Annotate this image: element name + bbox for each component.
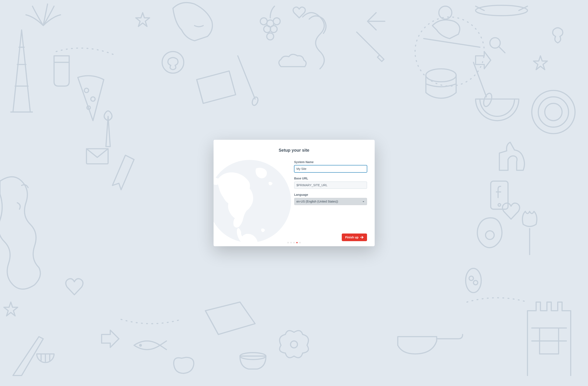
svg-point-13	[532, 90, 575, 134]
setup-modal: Setup your site System Name Base URL Lan…	[213, 140, 375, 246]
svg-point-0	[260, 18, 267, 25]
step-dot-5	[299, 242, 301, 243]
svg-point-10	[439, 6, 452, 19]
svg-point-24	[240, 353, 266, 360]
step-dot-4	[296, 242, 298, 243]
svg-point-18	[498, 204, 501, 206]
svg-point-22	[473, 280, 478, 285]
modal-content: Setup your site System Name Base URL Lan…	[213, 140, 375, 246]
svg-point-23	[291, 341, 298, 348]
svg-point-9	[140, 345, 141, 346]
system-name-input[interactable]	[294, 165, 367, 173]
svg-point-6	[84, 88, 88, 93]
svg-point-15	[545, 103, 562, 120]
svg-point-2	[273, 18, 280, 25]
svg-point-7	[91, 97, 95, 101]
svg-point-26	[162, 52, 184, 73]
language-select[interactable]: en-US (English (United States))	[294, 198, 367, 205]
modal-footer: Finish up	[221, 233, 367, 241]
base-url-input[interactable]	[294, 182, 367, 189]
setup-form: System Name Base URL Language en-US (Eng…	[294, 160, 367, 233]
language-group: Language en-US (English (United States))	[294, 193, 367, 205]
system-name-group: System Name	[294, 160, 367, 173]
svg-rect-19	[540, 328, 559, 354]
svg-point-4	[270, 26, 277, 33]
svg-point-14	[538, 97, 569, 127]
svg-point-12	[490, 38, 500, 48]
svg-point-28	[415, 17, 484, 86]
svg-rect-25	[86, 149, 108, 164]
step-dot-3	[293, 242, 295, 243]
language-label: Language	[294, 193, 367, 196]
step-dot-2	[290, 242, 292, 243]
modal-title: Setup your site	[221, 148, 367, 153]
svg-point-21	[469, 276, 473, 280]
svg-point-20	[466, 268, 481, 292]
svg-point-30	[482, 92, 493, 108]
step-dot-1	[287, 242, 289, 243]
svg-point-3	[264, 26, 271, 33]
base-url-label: Base URL	[294, 177, 367, 180]
svg-point-1	[267, 20, 274, 27]
svg-point-29	[426, 69, 456, 82]
svg-point-11	[476, 5, 527, 16]
svg-point-27	[251, 96, 259, 106]
svg-rect-17	[491, 181, 508, 209]
pagination-dots	[287, 242, 301, 243]
base-url-group: Base URL	[294, 177, 367, 189]
arrow-right-icon	[360, 236, 364, 239]
finish-button[interactable]: Finish up	[342, 233, 367, 241]
svg-point-8	[87, 106, 90, 109]
svg-point-16	[485, 231, 494, 239]
finish-button-label: Finish up	[345, 236, 358, 239]
system-name-label: System Name	[294, 160, 367, 164]
svg-point-5	[267, 33, 274, 40]
